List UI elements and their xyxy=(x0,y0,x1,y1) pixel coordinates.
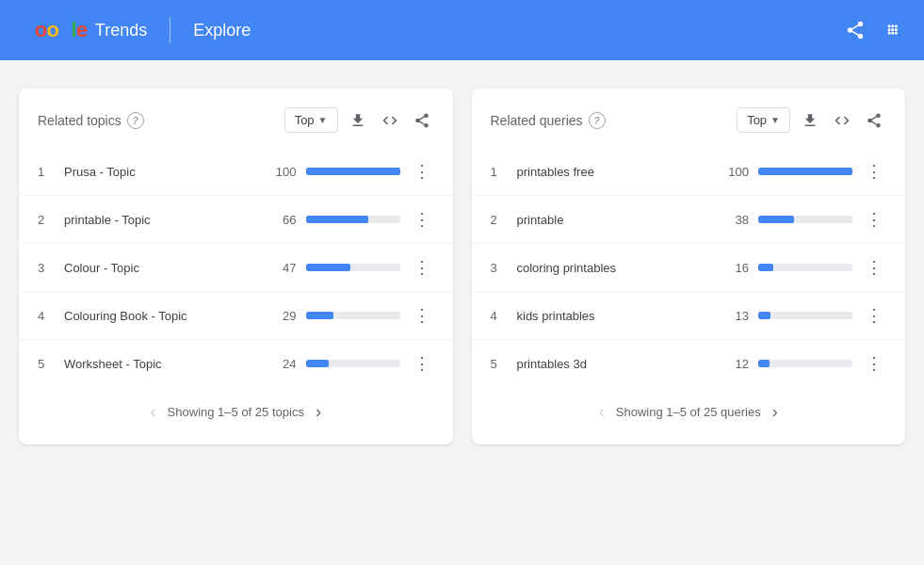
right-download-icon[interactable] xyxy=(798,108,822,133)
bar-container xyxy=(306,360,400,367)
item-number: 4 xyxy=(38,309,55,323)
right-code-icon[interactable] xyxy=(830,108,854,133)
item-label: kids printables xyxy=(517,309,723,323)
bar-container xyxy=(306,216,400,223)
item-label: printables 3d xyxy=(517,357,723,371)
related-topics-card: Related topics ? Top ▼ xyxy=(19,89,453,444)
bar-fill xyxy=(306,312,333,319)
bar-container xyxy=(306,264,400,271)
item-score: 100 xyxy=(270,165,297,179)
item-number: 1 xyxy=(38,165,55,179)
right-footer-text: Showing 1–5 of 25 queries xyxy=(616,405,761,419)
right-card-controls: Top ▼ xyxy=(737,107,886,133)
more-options-icon[interactable]: ⋮ xyxy=(862,159,886,184)
table-row: 2 printable - Topic 66 ⋮ xyxy=(19,196,453,244)
right-dropdown-label: Top xyxy=(747,113,767,127)
left-footer-text: Showing 1–5 of 25 topics xyxy=(168,405,304,419)
right-card-header: Related queries ? Top ▼ xyxy=(472,89,906,148)
item-number: 1 xyxy=(491,165,508,179)
google-logo: Google xyxy=(19,18,88,42)
left-next-btn[interactable]: › xyxy=(316,402,321,422)
left-download-icon[interactable] xyxy=(346,108,370,133)
item-score: 12 xyxy=(722,357,749,371)
item-label: coloring printables xyxy=(517,261,723,275)
bar-container xyxy=(758,264,852,271)
item-score: 13 xyxy=(722,309,749,323)
more-options-icon[interactable]: ⋮ xyxy=(410,255,434,280)
bar-fill xyxy=(306,216,368,223)
item-label: printables free xyxy=(517,165,723,179)
bar-fill xyxy=(758,264,773,271)
right-help-icon[interactable]: ? xyxy=(589,112,606,129)
left-dropdown[interactable]: Top ▼ xyxy=(284,107,338,133)
more-options-icon[interactable]: ⋮ xyxy=(410,207,434,232)
bar-fill xyxy=(306,168,400,175)
left-items-list: 1 Prusa - Topic 100 ⋮ 2 printable - Topi… xyxy=(19,148,453,387)
item-score: 29 xyxy=(270,309,297,323)
more-options-icon[interactable]: ⋮ xyxy=(862,303,886,328)
header-divider xyxy=(170,17,170,43)
left-card-controls: Top ▼ xyxy=(284,107,434,133)
explore-label: Explore xyxy=(193,21,251,40)
item-label: Colouring Book - Topic xyxy=(64,309,270,323)
table-row: 2 printable 38 ⋮ xyxy=(472,196,906,244)
right-card-footer: ‹ Showing 1–5 of 25 queries › xyxy=(472,387,906,426)
more-options-icon[interactable]: ⋮ xyxy=(862,255,886,280)
item-number: 5 xyxy=(38,357,55,371)
left-card-footer: ‹ Showing 1–5 of 25 topics › xyxy=(19,387,453,426)
table-row: 1 Prusa - Topic 100 ⋮ xyxy=(19,148,453,196)
left-card-header: Related topics ? Top ▼ xyxy=(19,89,453,148)
logo-area: Google Trends xyxy=(19,18,147,42)
item-label: printable xyxy=(517,213,723,227)
item-label: Colour - Topic xyxy=(64,261,270,275)
more-options-icon[interactable]: ⋮ xyxy=(410,159,434,184)
left-card-title: Related topics ? xyxy=(38,112,284,129)
item-label: printable - Topic xyxy=(64,213,270,227)
share-icon[interactable] xyxy=(845,20,866,40)
item-score: 66 xyxy=(270,213,297,227)
bar-container xyxy=(758,312,852,319)
bar-fill xyxy=(758,312,770,319)
main-content: Related topics ? Top ▼ xyxy=(0,60,924,473)
item-number: 5 xyxy=(491,357,508,371)
right-share-icon[interactable] xyxy=(862,108,886,133)
right-items-list: 1 printables free 100 ⋮ 2 printable 38 ⋮… xyxy=(472,148,906,387)
header: Google Trends Explore xyxy=(0,0,924,60)
more-options-icon[interactable]: ⋮ xyxy=(410,303,434,328)
left-help-icon[interactable]: ? xyxy=(127,112,144,129)
item-number: 3 xyxy=(38,261,55,275)
bar-container xyxy=(758,216,852,223)
more-options-icon[interactable]: ⋮ xyxy=(862,207,886,232)
left-prev-btn[interactable]: ‹ xyxy=(151,402,156,422)
table-row: 5 printables 3d 12 ⋮ xyxy=(472,340,906,387)
right-prev-btn[interactable]: ‹ xyxy=(599,402,605,422)
item-number: 2 xyxy=(491,213,508,227)
left-card-title-text: Related topics xyxy=(38,113,122,128)
more-options-icon[interactable]: ⋮ xyxy=(862,351,886,376)
related-queries-card: Related queries ? Top ▼ xyxy=(472,89,906,444)
left-code-icon[interactable] xyxy=(378,108,402,133)
item-score: 24 xyxy=(270,357,297,371)
right-card-title-text: Related queries xyxy=(491,113,583,128)
bar-fill xyxy=(758,168,852,175)
left-dropdown-label: Top xyxy=(295,113,315,127)
left-dropdown-arrow: ▼ xyxy=(318,115,328,125)
table-row: 4 kids printables 13 ⋮ xyxy=(472,292,906,340)
bar-container xyxy=(758,360,852,367)
apps-icon[interactable] xyxy=(884,20,905,40)
table-row: 3 Colour - Topic 47 ⋮ xyxy=(19,244,453,292)
item-number: 4 xyxy=(491,309,508,323)
table-row: 4 Colouring Book - Topic 29 ⋮ xyxy=(19,292,453,340)
item-number: 2 xyxy=(38,213,55,227)
right-dropdown[interactable]: Top ▼ xyxy=(737,107,790,133)
bar-container xyxy=(758,168,852,175)
item-score: 38 xyxy=(722,213,749,227)
bar-fill xyxy=(306,264,350,271)
item-score: 16 xyxy=(722,261,749,275)
more-options-icon[interactable]: ⋮ xyxy=(410,351,434,376)
item-label: Prusa - Topic xyxy=(64,165,270,179)
left-share-icon[interactable] xyxy=(410,108,434,133)
table-row: 3 coloring printables 16 ⋮ xyxy=(472,244,906,292)
right-next-btn[interactable]: › xyxy=(772,402,778,422)
item-number: 3 xyxy=(491,261,508,275)
